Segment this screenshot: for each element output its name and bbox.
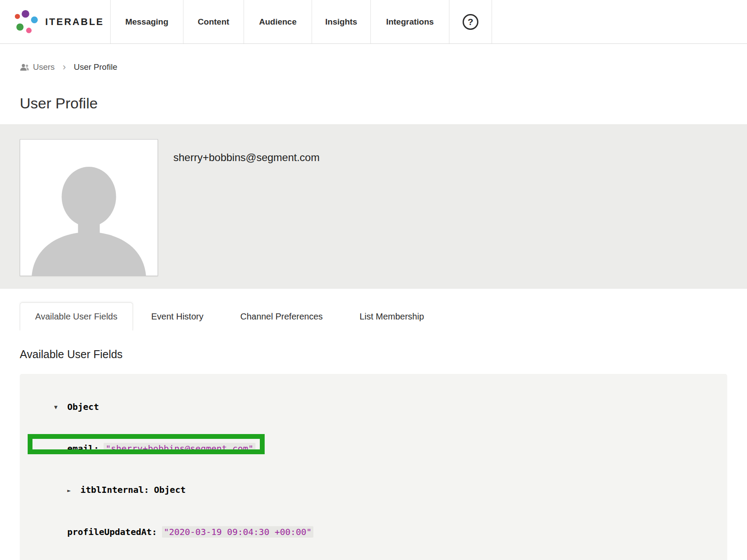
tab-channel-preferences[interactable]: Channel Preferences [222, 302, 341, 330]
breadcrumb-current: User Profile [74, 62, 117, 72]
json-field-order-completed-last-30days: order_completed_last_30days:true [33, 553, 714, 560]
profile-tabs: Available User Fields Event History Chan… [0, 289, 747, 330]
tab-available-user-fields[interactable]: Available User Fields [20, 302, 133, 330]
brand-name: ITERABLE [45, 16, 104, 28]
json-field-itblinternal: ►itblInternal:Object [33, 470, 714, 511]
breadcrumb: Users › User Profile [0, 44, 747, 72]
chevron-right-icon: › [63, 62, 66, 72]
nav-item-content-label: Content [198, 17, 230, 27]
user-email: sherry+bobbins@segment.com [173, 151, 320, 164]
json-field-email: email:"sherry+bobbins@segment.com" [33, 428, 714, 470]
nav-item-messaging[interactable]: Messaging [110, 0, 183, 43]
breadcrumb-users-label: Users [33, 62, 55, 72]
tab-available-user-fields-label: Available User Fields [35, 312, 118, 322]
tab-event-history[interactable]: Event History [133, 302, 222, 330]
profile-hero-section: sherry+bobbins@segment.com [0, 124, 747, 289]
iterable-logo-icon [13, 9, 39, 35]
page-title: User Profile [0, 72, 747, 112]
json-key: email: [67, 443, 99, 454]
help-icon: ? [463, 14, 478, 30]
nav-item-messaging-label: Messaging [125, 17, 168, 27]
collapse-arrow-icon[interactable]: ▼ [54, 400, 67, 414]
json-viewer: ▼Object email:"sherry+bobbins@segment.co… [20, 374, 727, 560]
json-root-line: ▼Object [33, 386, 714, 428]
breadcrumb-users-link[interactable]: Users [20, 62, 55, 72]
json-key: profileUpdatedAt: [67, 527, 157, 537]
tab-list-membership-label: List Membership [359, 312, 424, 322]
nav-item-audience-label: Audience [259, 17, 297, 27]
nav-item-insights[interactable]: Insights [312, 0, 370, 43]
tab-channel-preferences-label: Channel Preferences [240, 312, 323, 322]
nav-item-content[interactable]: Content [183, 0, 244, 43]
nav-item-integrations[interactable]: Integrations [370, 0, 449, 43]
nav-item-insights-label: Insights [325, 17, 357, 27]
top-navigation: ITERABLE Messaging Content Audience Insi… [0, 0, 747, 44]
json-value: "sherry+bobbins@segment.com" [104, 443, 255, 454]
json-root-label: Object [67, 402, 99, 412]
brand-home-link[interactable]: ITERABLE [0, 0, 110, 43]
tab-event-history-label: Event History [151, 312, 204, 322]
json-value: "2020-03-19 09:04:30 +00:00" [162, 526, 313, 538]
help-button[interactable]: ? [449, 0, 492, 43]
json-key: itblInternal: [80, 485, 149, 495]
tab-list-membership[interactable]: List Membership [341, 302, 442, 330]
json-value: Object [154, 485, 186, 495]
expand-arrow-icon[interactable]: ► [67, 484, 80, 498]
avatar-person-icon [20, 140, 158, 276]
users-icon [20, 63, 29, 71]
nav-item-audience[interactable]: Audience [244, 0, 312, 43]
json-field-profileupdatedat: profileUpdatedAt:"2020-03-19 09:04:30 +0… [33, 511, 714, 553]
nav-item-integrations-label: Integrations [386, 17, 434, 27]
avatar [20, 139, 158, 276]
section-heading: Available User Fields [0, 330, 747, 361]
